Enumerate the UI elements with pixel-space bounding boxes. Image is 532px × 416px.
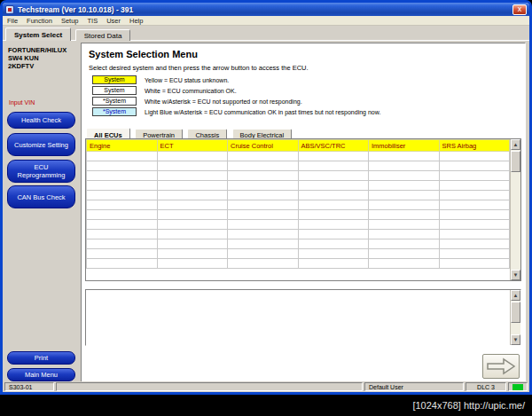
ecu-table-empty-cell: [228, 230, 299, 239]
tab-stored-data[interactable]: Stored Data: [75, 29, 131, 42]
ecu-table-empty-cell: [439, 181, 510, 191]
ecu-table-empty-cell: [439, 191, 510, 200]
ecu-table-empty-cell: [87, 239, 158, 249]
ecu-table-empty-row[interactable]: [87, 210, 510, 220]
ecu-table-empty-cell: [369, 200, 440, 210]
ecu-table-empty-row[interactable]: [87, 230, 510, 239]
scroll-down-icon[interactable]: ▼: [511, 334, 520, 345]
ecu-table-empty-cell: [228, 161, 299, 171]
right-arrow-icon: [486, 357, 516, 375]
ecu-table-empty-cell: [157, 181, 228, 191]
ecu-cell-ect[interactable]: ECT: [157, 140, 228, 152]
ecu-table-empty-cell: [298, 161, 369, 171]
menu-file[interactable]: File: [7, 17, 18, 25]
menu-user[interactable]: User: [106, 17, 121, 25]
scrollbar-thumb[interactable]: [511, 302, 520, 323]
vehicle-engine: 2KDFTV: [8, 62, 66, 70]
ecu-table-empty-cell: [157, 152, 228, 161]
ecu-table-empty-cell: [228, 191, 299, 200]
ecu-table-empty-row[interactable]: [87, 200, 510, 210]
ecu-table-empty-row[interactable]: [87, 181, 510, 191]
ecu-table-empty-row[interactable]: [87, 239, 510, 249]
ecu-table-empty-cell: [439, 152, 510, 161]
message-panel-scrollbar[interactable]: ▲ ▼: [510, 290, 520, 345]
ecu-table-empty-cell: [298, 200, 369, 210]
menu-tis[interactable]: TIS: [87, 17, 98, 25]
ecu-table-empty-cell: [298, 191, 369, 200]
ecu-table-empty-cell: [369, 171, 440, 181]
ecu-table-empty-cell: [87, 181, 158, 191]
ecu-table-empty-row[interactable]: [87, 171, 510, 181]
ecu-table-empty-cell: [157, 210, 228, 220]
ecu-table-empty-cell: [87, 220, 158, 230]
input-vin-link[interactable]: Input VIN: [9, 99, 35, 106]
app-icon: [5, 5, 14, 14]
ecu-table-empty-cell: [298, 220, 369, 230]
health-check-button[interactable]: Health Check: [7, 112, 75, 129]
customize-setting-button[interactable]: Customize Setting: [7, 133, 75, 156]
legend-sample-yellow: System: [92, 75, 137, 84]
ecu-table-empty-cell: [298, 181, 369, 191]
ecu-table-empty-cell: [157, 171, 228, 181]
menu-setup[interactable]: Setup: [61, 17, 79, 25]
scroll-up-icon[interactable]: ▲: [511, 290, 520, 301]
ecu-table-empty-row[interactable]: [87, 220, 510, 230]
ecu-table-empty-cell: [369, 181, 440, 191]
title-bar[interactable]: Techstream (Ver 10.10.018) - 391 x: [3, 3, 529, 16]
scrollbar-thumb[interactable]: [511, 151, 520, 172]
tab-system-select[interactable]: System Select: [5, 27, 71, 42]
ecu-table-empty-cell: [298, 249, 369, 259]
status-bar: S303-01 Default User DLC 3: [3, 381, 529, 392]
main-menu-button[interactable]: Main Menu: [7, 368, 75, 381]
ecu-table-empty-cell: [369, 161, 440, 171]
ecu-table-container: Engine ECT Cruise Control ABS/VSC/TRC Im…: [85, 138, 521, 281]
ecu-table-empty-cell: [157, 220, 228, 230]
ecu-cell-srs-airbag[interactable]: SRS Airbag: [439, 140, 510, 152]
ecu-table-scrollbar[interactable]: ▲ ▼: [510, 139, 520, 280]
vehicle-info: FORTUNER/HILUX SW4 KUN 2KDFTV: [8, 46, 66, 70]
ecu-cell-abs-vsc-trc[interactable]: ABS/VSC/TRC: [298, 140, 369, 152]
can-bus-check-button[interactable]: CAN Bus Check: [7, 185, 75, 208]
ecu-reprogramming-button[interactable]: ECU Reprogramming: [7, 160, 75, 183]
ecu-table-empty-cell: [157, 259, 228, 269]
ecu-table-empty-cell: [87, 191, 158, 200]
menu-function[interactable]: Function: [27, 17, 52, 25]
ecu-table-empty-row[interactable]: [87, 161, 510, 171]
access-ecu-arrow-button[interactable]: [482, 354, 520, 379]
ecu-table-empty-cell: [369, 210, 440, 220]
sidebar: FORTUNER/HILUX SW4 KUN 2KDFTV Input VIN …: [3, 41, 80, 381]
ecu-table-empty-cell: [439, 249, 510, 259]
techstream-window: Techstream (Ver 10.10.018) - 391 x File …: [0, 0, 532, 395]
message-panel: ▲ ▼: [85, 289, 521, 346]
ecu-table-empty-row[interactable]: [87, 152, 510, 161]
ecu-table-empty-cell: [298, 171, 369, 181]
ecu-cell-engine[interactable]: Engine: [87, 140, 158, 152]
ecu-table-empty-cell: [87, 230, 158, 239]
legend-row-white: System White = ECU communication OK.: [92, 85, 380, 96]
menu-help[interactable]: Help: [129, 17, 143, 25]
ecu-table-empty-cell: [87, 249, 158, 259]
scroll-up-icon[interactable]: ▲: [511, 139, 520, 150]
system-selection-panel: System Selection Menu Select desired sys…: [81, 43, 526, 382]
ecu-table-empty-cell: [369, 152, 440, 161]
ecu-cell-cruise-control[interactable]: Cruise Control: [228, 140, 299, 152]
scroll-down-icon[interactable]: ▼: [511, 270, 520, 280]
ecu-table-empty-cell: [298, 239, 369, 249]
ecu-table-empty-cell: [369, 191, 440, 200]
ecu-table-empty-cell: [228, 152, 299, 161]
page-title: System Selection Menu: [89, 49, 198, 59]
ecu-table-empty-row[interactable]: [87, 259, 510, 269]
print-button[interactable]: Print: [7, 351, 75, 365]
status-legend: System Yellow = ECU status unknown. Syst…: [92, 75, 380, 117]
close-icon[interactable]: x: [512, 4, 527, 15]
ecu-table-empty-row[interactable]: [87, 249, 510, 259]
ecu-table-empty-row[interactable]: [87, 191, 510, 200]
ecu-table-empty-cell: [228, 239, 299, 249]
ecu-table-empty-cell: [439, 239, 510, 249]
ecu-table-empty-cell: [369, 220, 440, 230]
legend-row-lightblue: *System Light Blue w/Asterisk = ECU comm…: [92, 106, 380, 117]
ecu-table-empty-cell: [439, 220, 510, 230]
ecu-table-empty-cell: [439, 259, 510, 269]
legend-sample-lightblue: *System: [92, 107, 137, 116]
ecu-cell-immobiliser[interactable]: Immobiliser: [369, 140, 440, 152]
